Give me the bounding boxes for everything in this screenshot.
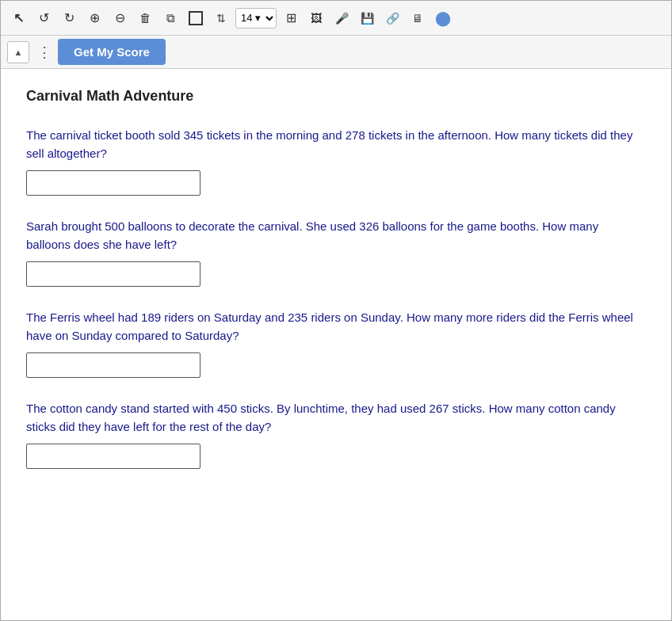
answer-input-1[interactable] — [26, 170, 200, 196]
more-options-button[interactable]: ⋮ — [34, 41, 53, 63]
redo-button[interactable] — [58, 7, 80, 29]
link-button[interactable]: 🔗 — [381, 7, 403, 29]
question-block-1: The carnival ticket booth sold 345 ticke… — [26, 127, 646, 196]
zoom-out-button[interactable]: ⊖ — [109, 7, 131, 29]
question-text-4: The cotton candy stand started with 450 … — [26, 400, 646, 436]
monitor-button[interactable]: 🖥 — [407, 7, 429, 29]
question-block-2: Sarah brought 500 balloons to decorate t… — [26, 218, 646, 287]
get-score-button[interactable]: Get My Score — [58, 39, 166, 65]
question-text-2: Sarah brought 500 balloons to decorate t… — [26, 218, 646, 253]
font-size-select[interactable]: 14 ▾ — [235, 8, 277, 29]
trash-button[interactable]: 🗑 — [134, 7, 156, 29]
mic-button[interactable]: 🎤 — [330, 7, 353, 29]
content-area: Carnival Math Adventure The carnival tic… — [1, 69, 671, 620]
app-window: ⊕ ⊖ 🗑 ⧉ ⇅ 14 ▾ ⊞ 🖼 🎤 💾 — [0, 0, 672, 621]
second-toolbar: ▲ ⋮ Get My Score — [1, 36, 671, 69]
answer-input-3[interactable] — [26, 352, 200, 378]
question-text-3: The Ferris wheel had 189 riders on Satur… — [26, 309, 646, 345]
top-toolbar: ⊕ ⊖ 🗑 ⧉ ⇅ 14 ▾ ⊞ 🖼 🎤 💾 — [1, 1, 671, 36]
image-button[interactable]: 🖼 — [305, 7, 327, 29]
grid-button[interactable]: ⊞ — [280, 7, 302, 29]
collapse-button[interactable]: ▲ — [7, 41, 29, 63]
copy-button[interactable]: ⧉ — [159, 7, 181, 29]
question-text-1: The carnival ticket booth sold 345 ticke… — [26, 127, 646, 162]
arrow-up-icon: ▲ — [14, 48, 23, 57]
question-block-4: The cotton candy stand started with 450 … — [26, 400, 646, 469]
zoom-in-button[interactable]: ⊕ — [83, 7, 105, 29]
circle-button[interactable]: ⬤ — [432, 7, 454, 29]
question-block-3: The Ferris wheel had 189 riders on Satur… — [26, 309, 646, 378]
undo-button[interactable] — [32, 7, 55, 29]
quiz-title: Carnival Math Adventure — [26, 88, 646, 105]
crop-button[interactable] — [185, 7, 207, 29]
answer-input-2[interactable] — [26, 261, 200, 287]
cursor-icon[interactable] — [7, 7, 29, 29]
resize-button[interactable]: ⇅ — [210, 7, 232, 29]
dots-icon: ⋮ — [37, 44, 50, 61]
save-button[interactable]: 💾 — [356, 7, 378, 29]
answer-input-4[interactable] — [26, 444, 200, 469]
